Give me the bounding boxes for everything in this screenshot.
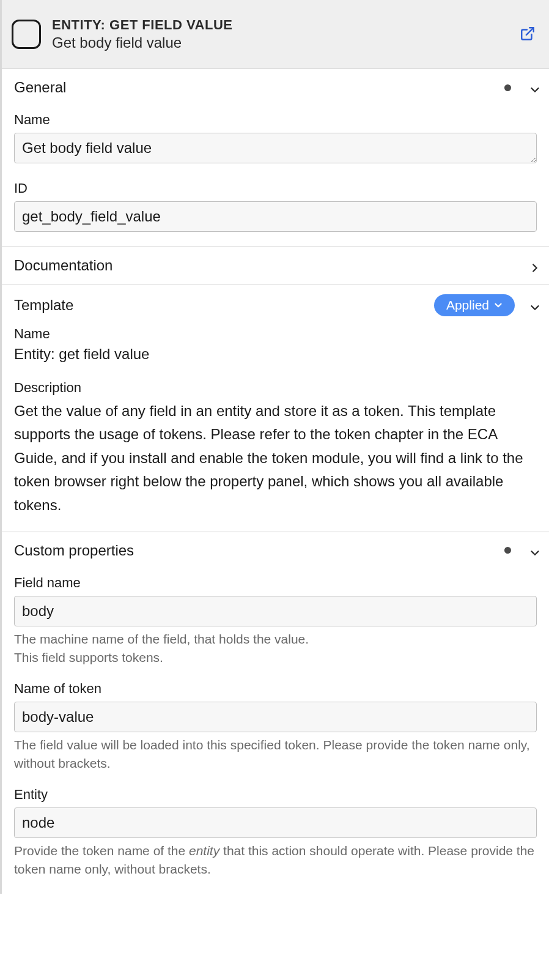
modified-indicator-icon	[504, 84, 511, 91]
name-input[interactable]	[14, 133, 537, 163]
field-name-label: Field name	[14, 575, 537, 591]
chevron-down-icon	[528, 83, 537, 92]
id-input[interactable]	[14, 201, 537, 232]
field-name-input[interactable]	[14, 596, 537, 626]
section-documentation-title: Documentation	[14, 257, 528, 274]
panel-subtitle: Get body field value	[52, 34, 539, 51]
section-custom-properties-body: Field name The machine name of the field…	[2, 575, 549, 894]
panel-title: ENTITY: GET FIELD VALUE	[52, 17, 539, 33]
token-name-help: The field value will be loaded into this…	[14, 736, 537, 773]
id-label: ID	[14, 180, 537, 196]
entity-type-icon	[12, 20, 41, 49]
section-template-header[interactable]: Template Applied	[2, 284, 549, 326]
section-custom-properties-title: Custom properties	[14, 542, 504, 559]
template-applied-badge[interactable]: Applied	[434, 294, 515, 316]
section-general-title: General	[14, 79, 504, 96]
section-general-body: Name ID	[2, 112, 549, 247]
section-template-body: Name Entity: get field value Description…	[2, 326, 549, 532]
section-template-title: Template	[14, 297, 434, 314]
entity-label: Entity	[14, 787, 537, 803]
section-general: General Name ID	[2, 69, 549, 247]
template-name-value: Entity: get field value	[14, 346, 537, 363]
template-applied-badge-label: Applied	[446, 298, 489, 313]
panel-header: ENTITY: GET FIELD VALUE Get body field v…	[2, 0, 549, 69]
panel-header-texts: ENTITY: GET FIELD VALUE Get body field v…	[52, 17, 539, 51]
template-description-text: Get the value of any field in an entity …	[14, 399, 537, 517]
section-general-header[interactable]: General	[2, 69, 549, 106]
section-template: Template Applied Name Entity: get field …	[2, 284, 549, 532]
section-custom-properties-header[interactable]: Custom properties	[2, 532, 549, 569]
chevron-down-icon	[528, 546, 537, 555]
template-name-label: Name	[14, 326, 537, 342]
section-documentation: Documentation	[2, 247, 549, 284]
field-name-help: The machine name of the field, that hold…	[14, 630, 537, 667]
chevron-right-icon	[528, 261, 537, 270]
svg-line-0	[526, 28, 534, 35]
token-name-label: Name of token	[14, 681, 537, 697]
entity-help: Provide the token name of the entity tha…	[14, 842, 537, 879]
entity-input[interactable]	[14, 807, 537, 838]
chevron-down-icon	[528, 301, 537, 310]
template-description-label: Description	[14, 380, 537, 396]
section-custom-properties: Custom properties Field name The machine…	[2, 532, 549, 894]
name-label: Name	[14, 112, 537, 128]
modified-indicator-icon	[504, 547, 511, 554]
external-link-icon[interactable]	[520, 26, 536, 45]
token-name-input[interactable]	[14, 702, 537, 732]
section-documentation-header[interactable]: Documentation	[2, 247, 549, 284]
